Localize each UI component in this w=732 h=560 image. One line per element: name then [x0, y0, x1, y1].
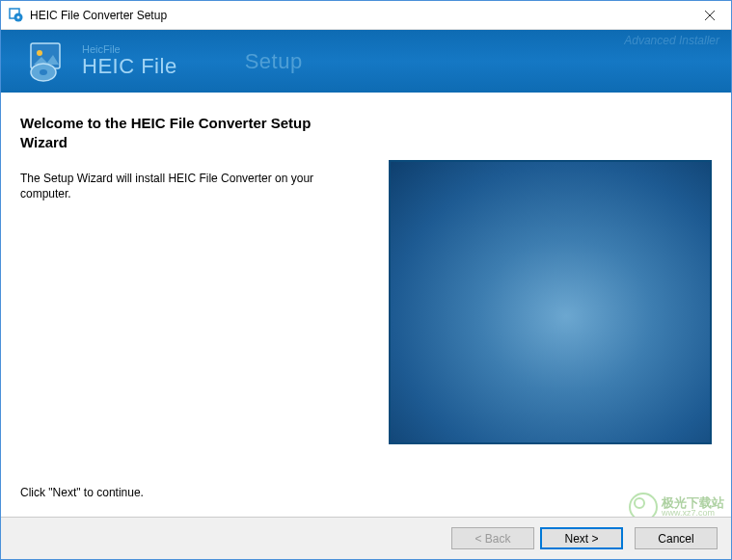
preview-image — [389, 160, 712, 444]
banner-title: HEIC File — [82, 55, 177, 78]
banner-setup-label: Setup — [245, 49, 303, 74]
banner-title-group: HeicFile HEIC File — [82, 43, 177, 78]
welcome-heading: Welcome to the HEIC File Converter Setup… — [20, 114, 360, 153]
continue-text: Click "Next" to continue. — [20, 486, 360, 499]
back-button: < Back — [451, 527, 534, 549]
titlebar: HEIC File Converter Setup — [1, 1, 731, 30]
description-text: The Setup Wizard will install HEIC File … — [20, 171, 360, 203]
right-panel — [389, 114, 712, 499]
banner-icon — [28, 41, 68, 82]
app-icon — [9, 8, 24, 23]
next-button[interactable]: Next > — [540, 527, 623, 549]
banner-advanced-installer: Advanced Installer — [624, 34, 719, 47]
svg-point-6 — [37, 50, 42, 56]
svg-point-8 — [40, 69, 47, 75]
banner: HeicFile HEIC File Setup Advanced Instal… — [1, 30, 731, 93]
window-title: HEIC File Converter Setup — [30, 9, 167, 22]
left-panel: Welcome to the HEIC File Converter Setup… — [20, 114, 389, 499]
button-bar: < Back Next > Cancel — [1, 517, 731, 559]
svg-point-2 — [17, 15, 20, 18]
close-button[interactable] — [688, 1, 731, 29]
cancel-button[interactable]: Cancel — [635, 527, 718, 549]
content-area: Welcome to the HEIC File Converter Setup… — [1, 93, 731, 517]
